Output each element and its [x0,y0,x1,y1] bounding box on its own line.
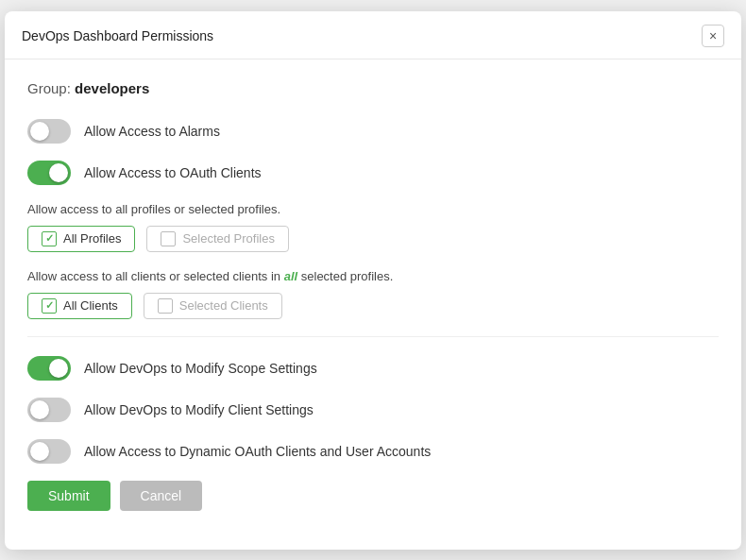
clients-radio-group: All Clients Selected Clients [27,293,719,319]
all-profiles-btn[interactable]: All Profiles [27,226,135,252]
permission-row-alarms: Allow Access to Alarms [27,119,719,144]
toggle-dynamic-oauth[interactable] [27,439,71,464]
label-alarms: Allow Access to Alarms [84,124,220,139]
permission-row-scope: Allow DevOps to Modify Scope Settings [27,356,719,381]
clients-sub-section: Allow access to all clients or selected … [27,269,719,319]
footer: Submit Cancel [27,481,719,511]
all-clients-checkbox [42,298,57,314]
toggle-thumb-alarms [30,122,49,141]
all-clients-label: All Clients [63,298,118,313]
selected-profiles-btn[interactable]: Selected Profiles [146,226,289,252]
clients-desc-pre: Allow access to all clients or selected … [27,269,284,283]
dialog-titlebar: DevOps Dashboard Permissions × [5,11,741,59]
toggle-alarms[interactable] [27,119,71,144]
label-oauth: Allow Access to OAuth Clients [84,165,262,180]
clients-desc-post: selected profiles. [297,269,393,283]
profiles-desc: Allow access to all profiles or selected… [27,202,719,216]
dialog-body: Group: developers Allow Access to Alarms… [5,59,741,530]
toggle-oauth[interactable] [27,161,71,185]
clients-desc: Allow access to all clients or selected … [27,269,719,283]
all-clients-btn[interactable]: All Clients [27,293,132,319]
toggle-thumb-oauth [49,163,68,182]
label-dynamic-oauth: Allow Access to Dynamic OAuth Clients an… [84,444,431,459]
profiles-radio-group: All Profiles Selected Profiles [27,226,719,252]
selected-clients-btn[interactable]: Selected Clients [144,293,282,319]
label-scope: Allow DevOps to Modify Scope Settings [84,361,317,376]
divider [27,336,719,337]
selected-profiles-checkbox [161,231,176,246]
profiles-sub-section: Allow access to all profiles or selected… [27,202,719,252]
toggle-scope[interactable] [27,356,71,381]
selected-profiles-label: Selected Profiles [182,231,275,246]
group-prefix: Group: [27,80,71,96]
permission-row-dynamic-oauth: Allow Access to Dynamic OAuth Clients an… [27,439,719,464]
selected-clients-checkbox [158,298,173,314]
selected-clients-label: Selected Clients [179,298,268,313]
group-line: Group: developers [27,80,719,96]
close-button[interactable]: × [702,25,724,47]
all-profiles-label: All Profiles [63,231,121,246]
label-client-settings: Allow DevOps to Modify Client Settings [84,402,314,417]
toggle-thumb-dynamic-oauth [30,442,49,461]
clients-desc-em: all [284,269,297,283]
permission-row-client-settings: Allow DevOps to Modify Client Settings [27,398,719,422]
all-profiles-checkbox [42,231,57,246]
toggle-thumb-scope [49,359,68,378]
group-name: developers [75,80,149,96]
dialog: DevOps Dashboard Permissions × Group: de… [5,11,741,550]
submit-button[interactable]: Submit [27,481,110,511]
cancel-button[interactable]: Cancel [120,481,203,511]
permission-row-oauth: Allow Access to OAuth Clients [27,161,719,185]
toggle-client-settings[interactable] [27,398,71,422]
toggle-thumb-client-settings [30,400,49,419]
dialog-title: DevOps Dashboard Permissions [22,28,213,43]
